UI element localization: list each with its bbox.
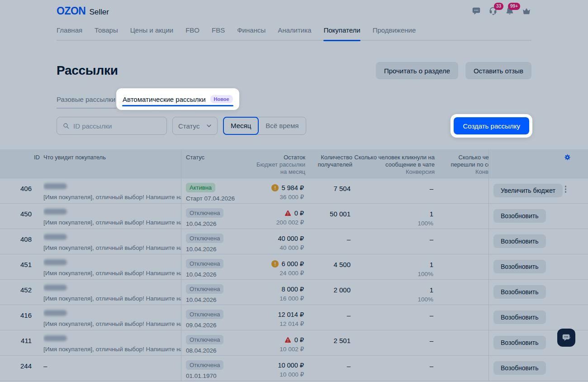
support-chat-widget[interactable] bbox=[557, 329, 575, 347]
conversion-value: 100% bbox=[352, 220, 433, 227]
message-preview: [Имя покупателя], отличный выбор! Напиши… bbox=[43, 219, 181, 226]
monthly-budget-value: 16 000 ₽ bbox=[253, 295, 305, 302]
row-actions-cell: Возобновить bbox=[488, 254, 588, 279]
status-date: 08.04.2026 bbox=[186, 347, 253, 354]
leave-feedback-button[interactable]: Оставить отзыв bbox=[465, 62, 531, 79]
monthly-budget-value: 40 000 ₽ bbox=[253, 244, 305, 251]
balance-value: 12 014 ₽ bbox=[253, 311, 305, 318]
row-status-cell: Отключена 10.04.2026 bbox=[181, 229, 253, 254]
blurred-mailing-name bbox=[43, 259, 67, 265]
ozon-logo: OZON bbox=[57, 5, 85, 17]
table-settings-gear-icon[interactable] bbox=[564, 154, 571, 161]
nav-item-FBO[interactable]: FBO bbox=[185, 21, 199, 40]
row-action-button[interactable]: Возобновить bbox=[493, 361, 546, 375]
nav-item-Финансы[interactable]: Финансы bbox=[237, 21, 266, 40]
status-badge: Отключена bbox=[186, 335, 223, 344]
row-preview-cell: [Имя покупателя], отличный выбор! Напиши… bbox=[43, 229, 181, 254]
status-date: 10.04.2026 bbox=[186, 271, 253, 278]
create-mailing-spotlight: Создать рассылку bbox=[450, 114, 532, 138]
mailings-table: ID Что увидит покупатель Статус Остаток … bbox=[0, 149, 588, 382]
zero-balance-alert-icon bbox=[284, 336, 292, 344]
monthly-budget-value: 36 000 ₽ bbox=[253, 193, 305, 201]
row-balance-cell: 10 000 ₽ 10 000 ₽ bbox=[253, 356, 305, 381]
row-chat-clicks-cell: – bbox=[352, 229, 435, 254]
kebab-menu-icon[interactable] bbox=[564, 185, 568, 194]
chat-clicks-value: – bbox=[352, 337, 433, 344]
period-all-time-option[interactable]: Всё время bbox=[258, 117, 306, 134]
row-preview-cell: – bbox=[43, 356, 181, 381]
create-mailing-button[interactable]: Создать рассылку bbox=[454, 117, 529, 134]
nav-item-Цены и акции[interactable]: Цены и акции bbox=[130, 21, 173, 40]
row-id: 452 bbox=[0, 280, 43, 305]
ozon-seller-logo[interactable]: OZON Seller bbox=[57, 5, 109, 17]
seller-label: Seller bbox=[89, 8, 109, 17]
monthly-budget-value: 200 002 ₽ bbox=[253, 219, 305, 226]
premium-crown-icon[interactable] bbox=[522, 6, 531, 16]
monthly-budget-value: 12 014 ₽ bbox=[253, 320, 305, 327]
table-row: 411 [Имя покупателя], отличный выбор! На… bbox=[0, 330, 588, 355]
low-budget-warning-icon: ! bbox=[271, 260, 279, 267]
row-chat-clicks-cell: – bbox=[352, 305, 435, 330]
blurred-mailing-name bbox=[43, 335, 67, 341]
nav-item-Аналитика[interactable]: Аналитика bbox=[278, 21, 311, 40]
title-actions: Прочитать о разделе Оставить отзыв bbox=[376, 62, 531, 79]
row-action-button[interactable]: Увеличить бюджет bbox=[493, 184, 563, 197]
row-chat-clicks-cell: 1100% bbox=[352, 204, 435, 229]
row-id: 244 bbox=[0, 356, 43, 381]
row-link-clicks-cell bbox=[435, 330, 488, 355]
message-preview: [Имя покупателя], отличный выбор! Напиши… bbox=[43, 346, 181, 353]
topbar-icons: 33 99+ bbox=[471, 6, 531, 16]
nav-item-Продвижение[interactable]: Продвижение bbox=[373, 21, 416, 40]
read-about-section-button[interactable]: Прочитать о разделе bbox=[376, 62, 458, 79]
row-action-button[interactable]: Возобновить bbox=[493, 234, 546, 248]
row-balance-cell: 40 000 ₽ 40 000 ₽ bbox=[253, 229, 305, 254]
nav-item-FBS[interactable]: FBS bbox=[212, 21, 225, 40]
status-badge: Активна bbox=[186, 183, 215, 192]
period-month-option[interactable]: Месяц bbox=[223, 117, 258, 134]
nav-item-Главная[interactable]: Главная bbox=[57, 21, 82, 40]
status-badge: Отключена bbox=[186, 310, 223, 319]
row-action-button[interactable]: Возобновить bbox=[493, 310, 546, 324]
row-id: 416 bbox=[0, 305, 43, 330]
table-header: ID Что увидит покупатель Статус Остаток … bbox=[0, 149, 588, 178]
table-row: 451 [Имя покупателя], отличный выбор! На… bbox=[0, 254, 588, 279]
status-badge: Отключена bbox=[186, 259, 223, 268]
row-balance-cell: 0 ₽ 200 002 ₽ bbox=[253, 204, 305, 229]
row-chat-clicks-cell: – bbox=[352, 330, 435, 355]
nav-item-Товары[interactable]: Товары bbox=[95, 21, 118, 40]
period-segmented-control: Месяц Всё время bbox=[223, 117, 306, 135]
row-action-button[interactable]: Возобновить bbox=[493, 209, 546, 223]
tab-automatic-mailings[interactable]: Автоматические рассылки Новое bbox=[116, 88, 239, 110]
search-input[interactable] bbox=[73, 122, 161, 130]
messages-icon[interactable] bbox=[471, 6, 481, 16]
row-link-clicks-cell bbox=[435, 229, 488, 254]
notifications-bell-icon[interactable]: 99+ bbox=[505, 6, 515, 16]
row-link-clicks-cell bbox=[435, 305, 488, 330]
page-title: Рассылки bbox=[57, 63, 118, 78]
nav-item-Покупатели[interactable]: Покупатели bbox=[323, 21, 360, 40]
tab-divider bbox=[57, 108, 117, 109]
row-action-button[interactable]: Возобновить bbox=[493, 285, 546, 299]
support-headset-icon[interactable]: 33 bbox=[488, 6, 498, 16]
chat-clicks-value: 1 bbox=[352, 210, 433, 218]
mailing-id-search[interactable] bbox=[57, 117, 167, 135]
row-actions-cell: Возобновить bbox=[488, 229, 588, 254]
blurred-mailing-name bbox=[43, 285, 67, 291]
row-id: 411 bbox=[0, 330, 43, 355]
row-chat-clicks-cell: – bbox=[352, 178, 435, 203]
status-badge: Отключена bbox=[186, 360, 223, 370]
status-badge: Отключена bbox=[186, 234, 223, 243]
blurred-mailing-name bbox=[43, 310, 67, 316]
status-dropdown[interactable]: Статус bbox=[172, 117, 218, 135]
tab-one-time-mailings[interactable]: Разовые рассылки bbox=[57, 88, 115, 110]
row-action-button[interactable]: Возобновить bbox=[493, 336, 546, 349]
recipients-value: – bbox=[305, 229, 352, 254]
monthly-budget-value: 24 000 ₽ bbox=[253, 269, 305, 277]
row-action-button[interactable]: Возобновить bbox=[493, 260, 546, 273]
row-actions-cell: Возобновить bbox=[488, 280, 588, 305]
row-link-clicks-cell bbox=[435, 254, 488, 279]
table-row: 450 [Имя покупателя], отличный выбор! На… bbox=[0, 203, 588, 229]
row-status-cell: Отключена 10.04.2026 bbox=[181, 204, 253, 229]
blurred-mailing-name bbox=[43, 209, 67, 215]
recipients-value: – bbox=[305, 305, 352, 330]
